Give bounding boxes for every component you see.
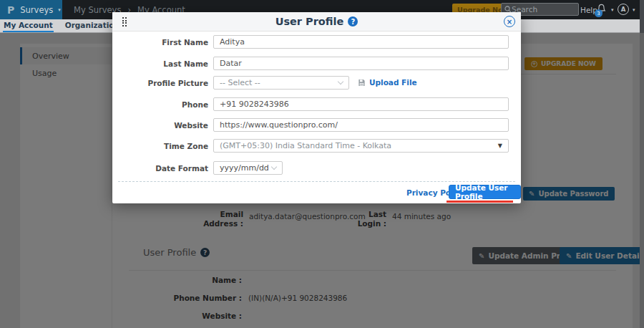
chevron-down-icon: ▾: [58, 7, 61, 13]
notifications-chevron-icon[interactable]: ▾: [611, 7, 614, 13]
first-name-label: First Name: [112, 38, 208, 47]
modal-title-label: User Profile: [275, 16, 344, 27]
first-name-field[interactable]: [213, 35, 509, 49]
modal-title: User Profile ?: [275, 16, 358, 27]
avatar[interactable]: A: [618, 4, 629, 15]
product-switcher[interactable]: P Surveys ▾: [0, 0, 62, 19]
time-zone-select[interactable]: (GMT+05:30) India Standard Time - Kolkat…: [213, 139, 509, 153]
website-field[interactable]: [213, 118, 509, 132]
date-format-select[interactable]: yyyy/mm/dd: [213, 161, 283, 175]
date-format-label: Date Format: [112, 164, 208, 173]
phone-field[interactable]: [213, 97, 509, 111]
profile-picture-label: Profile Picture: [112, 79, 208, 87]
account-menu-chevron-icon[interactable]: ▾: [633, 7, 635, 13]
upload-file-link[interactable]: Upload File: [358, 78, 417, 87]
last-name-label: Last Name: [112, 59, 208, 68]
time-zone-row: Time Zone (GMT+05:30) India Standard Tim…: [112, 139, 521, 153]
notification-count-badge: 3: [595, 9, 602, 17]
help-question-icon[interactable]: ?: [348, 16, 358, 26]
date-format-selected-value: yyyy/mm/dd: [220, 163, 269, 173]
website-label: Website: [112, 121, 208, 130]
chevron-down-icon: [271, 164, 277, 170]
tab-my-account[interactable]: My Account: [3, 19, 54, 32]
red-highlight-annotation: [447, 201, 513, 203]
scrollbar-track-top[interactable]: [640, 0, 644, 33]
footer-divider: [118, 181, 515, 182]
update-user-profile-button[interactable]: Update User Profile: [449, 185, 521, 199]
close-icon[interactable]: ×: [504, 16, 515, 27]
profile-picture-selected-value: -- Select --: [220, 78, 260, 87]
first-name-row: First Name: [112, 35, 521, 49]
time-zone-selected-value: (GMT+05:30) India Standard Time - Kolkat…: [220, 141, 391, 150]
last-name-field[interactable]: [213, 57, 509, 70]
phone-row: Phone: [112, 97, 521, 111]
phone-label: Phone: [112, 100, 208, 109]
modal-header: User Profile ? ×: [112, 12, 521, 32]
last-name-row: Last Name: [112, 57, 521, 70]
questionpro-logo: P: [7, 4, 14, 16]
notifications-button[interactable]: 3: [596, 4, 608, 16]
caret-down-icon: ▼: [498, 143, 502, 149]
profile-picture-select[interactable]: -- Select --: [213, 76, 349, 90]
user-profile-modal: User Profile ? × First Name Last Name Pr…: [112, 12, 521, 203]
date-format-row: Date Format yyyy/mm/dd: [112, 161, 521, 175]
upload-file-label: Upload File: [369, 78, 417, 87]
time-zone-label: Time Zone: [112, 142, 208, 150]
drag-handle-icon[interactable]: [122, 17, 127, 26]
upload-file-icon: [358, 79, 366, 87]
search-input[interactable]: [512, 5, 575, 14]
chevron-down-icon: [338, 79, 343, 85]
profile-picture-row: Profile Picture -- Select -- Upload File: [112, 76, 521, 90]
product-switcher-label: Surveys: [20, 5, 53, 15]
website-row: Website: [112, 118, 521, 132]
